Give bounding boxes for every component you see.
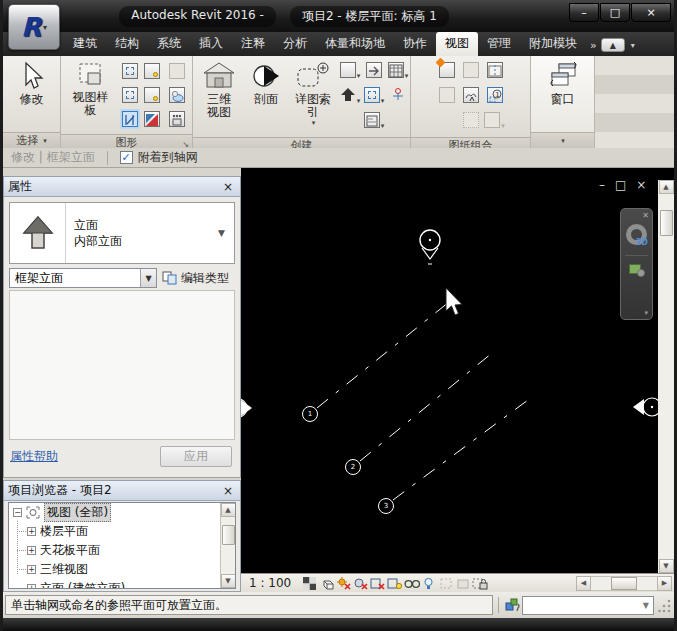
worksets-icon[interactable] <box>504 596 522 614</box>
scroll-right-icon[interactable]: ▶ <box>657 576 672 591</box>
apply-button[interactable]: 应用 <box>160 446 232 467</box>
crop-view-off-icon[interactable] <box>369 576 386 591</box>
application-menu-button[interactable]: R ▾ <box>8 4 60 50</box>
scroll-thumb[interactable] <box>660 210 673 236</box>
tab-architecture[interactable]: 建筑 <box>64 32 106 56</box>
filters-icon[interactable] <box>144 63 160 79</box>
scroll-up-icon[interactable]: ▲ <box>659 180 674 194</box>
maximize-button[interactable]: □ <box>600 3 630 22</box>
temporary-hide-isolate-icon[interactable] <box>403 576 420 591</box>
tab-collaborate[interactable]: 协作 <box>394 32 436 56</box>
type-selector[interactable]: 立面 内部立面 ▼ <box>9 202 235 264</box>
tree-item-elevations[interactable]: + 立面 (建筑立面) <box>23 579 235 589</box>
revisions-button[interactable] <box>463 87 479 107</box>
canvas-vertical-scrollbar[interactable]: ▲ ▼ <box>658 180 674 573</box>
grid-bubble[interactable]: 2 <box>345 459 361 475</box>
render-icon[interactable] <box>169 87 185 103</box>
tab-systems[interactable]: 系统 <box>148 32 190 56</box>
view-template-button[interactable]: 视图样板 <box>65 59 116 119</box>
grid-bubble[interactable]: 1 <box>302 406 318 422</box>
tab-analyze[interactable]: 分析 <box>274 32 316 56</box>
title-block-button[interactable] <box>463 62 479 82</box>
resize-grip[interactable] <box>658 596 672 614</box>
chevron-down-icon[interactable]: ▼ <box>643 601 653 610</box>
canvas-horizontal-scrollbar[interactable]: ◀ ▶ <box>576 576 672 591</box>
zoom-region-icon[interactable] <box>629 264 645 277</box>
close-icon[interactable]: × <box>220 180 236 194</box>
expand-plus-icon[interactable]: + <box>27 584 36 589</box>
drawing-canvas[interactable]: 1 2 3 –□× ✕ 2D ▾ <box>241 168 658 573</box>
panel-label-select[interactable]: 选择 ▾ <box>3 132 60 148</box>
new-sheet-button[interactable] <box>439 62 455 82</box>
selection-box-button[interactable]: ▾ <box>364 87 385 107</box>
switch-windows-button[interactable]: 窗口 <box>541 59 585 108</box>
steering-wheel-icon[interactable]: 2D <box>626 224 647 245</box>
type-filter-combobox[interactable]: 框架立面 ▼ <box>9 268 157 288</box>
tab-annotate[interactable]: 注释 <box>232 32 274 56</box>
graphic-display-options-icon[interactable] <box>144 111 160 127</box>
minimize-button[interactable]: – <box>569 3 599 22</box>
view-scale-button[interactable]: 1 : 100 <box>241 576 301 590</box>
duplicate-view-button[interactable]: ▾ <box>340 62 361 82</box>
view-restore-button[interactable]: □ <box>615 178 636 192</box>
callout-button[interactable]: 详图索引 ▾ <box>291 59 335 129</box>
crop-region-visibility-icon[interactable] <box>386 576 403 591</box>
linework-icon[interactable] <box>144 87 160 103</box>
schedules-button[interactable]: ▾ <box>388 62 409 82</box>
visibility-graphics-icon[interactable] <box>122 63 138 79</box>
shadows-off-icon[interactable] <box>352 576 369 591</box>
scope-box-button[interactable] <box>390 87 406 107</box>
3d-view-button[interactable]: 三维 视图 <box>197 59 241 121</box>
tab-massing-site[interactable]: 体量和场地 <box>316 32 394 56</box>
tab-structure[interactable]: 结构 <box>106 32 148 56</box>
visual-style-icon[interactable] <box>318 576 335 591</box>
scroll-down-icon[interactable]: ▼ <box>659 559 674 573</box>
elevation-button[interactable]: ▾ <box>340 87 361 107</box>
reveal-hidden-elements-icon[interactable] <box>420 576 437 591</box>
tree-root-label[interactable]: 视图 (全部) <box>44 503 111 522</box>
chevron-down-icon[interactable]: ▾ <box>631 41 635 50</box>
cut-profile-icon[interactable] <box>122 87 138 103</box>
tree-item-ceiling-plans[interactable]: + 天花板平面 <box>23 541 235 560</box>
tree-root-views[interactable]: − 视图 (全部) <box>9 503 235 522</box>
reveal-constraints-icon[interactable] <box>471 576 488 591</box>
expand-plus-icon[interactable]: + <box>27 546 36 555</box>
properties-help-link[interactable]: 属性帮助 <box>10 448 58 465</box>
tree-item-floor-plans[interactable]: + 楼层平面 <box>23 522 235 541</box>
tab-manage[interactable]: 管理 <box>478 32 520 56</box>
guide-grid-button[interactable]: 1 <box>487 87 503 107</box>
browser-scrollbar[interactable]: ▲ ▼ <box>220 503 235 588</box>
chevron-down-icon[interactable]: ▼ <box>218 203 234 263</box>
view-close-button[interactable]: × <box>636 178 656 192</box>
collapse-minus-icon[interactable]: − <box>13 508 22 517</box>
sun-path-off-icon[interactable] <box>335 576 352 591</box>
drafting-view-button[interactable] <box>366 62 382 82</box>
edit-type-button[interactable]: 编辑类型 <box>162 270 229 287</box>
tree-item-3d-views[interactable]: + 三维视图 <box>23 560 235 579</box>
legends-button[interactable]: ▾ <box>364 112 385 132</box>
thin-lines-icon[interactable] <box>122 111 138 127</box>
grid-bubble[interactable]: 3 <box>378 498 394 514</box>
attach-to-grid-checkbox[interactable]: ✓ <box>120 151 133 164</box>
tab-view[interactable]: 视图 <box>436 32 478 56</box>
close-button[interactable]: × <box>631 3 671 22</box>
scroll-up-icon[interactable]: ▲ <box>221 503 236 517</box>
tab-addins[interactable]: 附加模块 <box>520 32 586 56</box>
modify-button[interactable]: 修改 <box>10 59 54 108</box>
project-browser-header[interactable]: 项目浏览器 - 项目2 × <box>4 481 240 501</box>
close-icon[interactable]: × <box>220 484 236 498</box>
ribbon-collapse-button[interactable]: ▲ <box>601 38 625 52</box>
tab-overflow-icon[interactable]: » <box>590 39 595 52</box>
scroll-left-icon[interactable]: ◀ <box>576 576 591 591</box>
tab-insert[interactable]: 插入 <box>190 32 232 56</box>
chevron-down-icon[interactable]: ▼ <box>140 269 156 287</box>
insert-view-button[interactable] <box>487 62 503 82</box>
view-minimize-button[interactable]: – <box>599 178 615 192</box>
expand-plus-icon[interactable]: + <box>27 565 36 574</box>
navigation-bar[interactable]: ✕ 2D ▾ <box>620 208 653 320</box>
chevron-down-icon[interactable]: ▾ <box>644 309 648 317</box>
scroll-down-icon[interactable]: ▼ <box>221 574 236 588</box>
close-icon[interactable]: ✕ <box>642 211 649 220</box>
detail-level-icon[interactable] <box>301 576 318 591</box>
render-gallery-icon[interactable] <box>169 111 185 127</box>
